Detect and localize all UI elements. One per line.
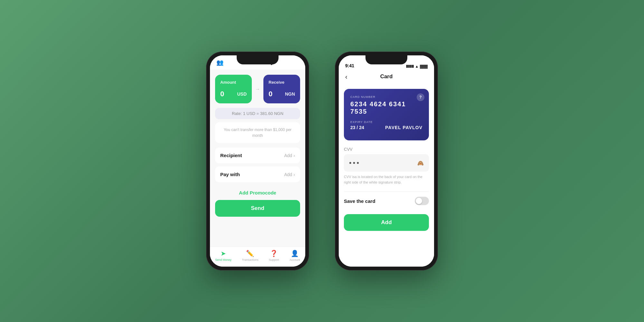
- pay-with-label: Pay with: [220, 172, 240, 177]
- send-button[interactable]: Send: [215, 200, 300, 217]
- back-button[interactable]: ‹: [345, 73, 347, 80]
- promocode-label: Add Promocode: [239, 190, 276, 195]
- limit-notice: You can't transfer more than $1,000 per …: [215, 122, 300, 143]
- receive-box[interactable]: Receive 0 NGN: [263, 75, 300, 103]
- phone-1: 👥 Send Money Amount 0 USD → Re: [206, 52, 309, 270]
- users-icon[interactable]: 👥: [216, 59, 223, 66]
- amount-value: 0: [220, 90, 224, 98]
- promocode-link[interactable]: Add Promocode: [215, 185, 300, 200]
- amount-currency: USD: [237, 91, 247, 97]
- signal-icon: ▮▮▮▮: [406, 64, 414, 68]
- cvv-input-row[interactable]: ••• 🙈: [344, 154, 429, 172]
- save-card-row: Save the card: [344, 191, 429, 210]
- card-holder-name: PAVEL PAVLOV: [385, 125, 422, 130]
- card-expiry-section: EXPIRY DATE 23 / 24: [350, 120, 373, 130]
- nav-transactions-label: Transactions: [242, 258, 258, 261]
- transactions-nav-icon: ✏️: [246, 250, 254, 257]
- nav-support[interactable]: ❓ Support: [269, 250, 279, 261]
- currency-row: Amount 0 USD → Receive 0 NGN: [215, 75, 300, 103]
- status-time: 9:41: [345, 63, 354, 68]
- card-body: ? CARD NUMBER 6234 4624 6341 7535 EXPIRY…: [339, 84, 434, 267]
- expiry-value: 23 / 24: [350, 125, 373, 130]
- receive-currency: NGN: [285, 91, 295, 97]
- limit-text: You can't transfer more than $1,000 per …: [224, 128, 292, 138]
- nav-send-money-label: Send Money: [215, 258, 232, 261]
- bottom-nav: ➤ Send Money ✏️ Transactions ❓ Support 👤…: [210, 247, 305, 267]
- recipient-add[interactable]: Add ›: [284, 153, 295, 158]
- save-card-label: Save the card: [344, 198, 375, 204]
- card-number-label: CARD NUMBER: [350, 95, 422, 99]
- account-nav-icon: 👤: [291, 250, 299, 257]
- recipient-chevron-icon: ›: [293, 153, 295, 158]
- recipient-add-label: Add: [284, 153, 292, 158]
- nav-transactions[interactable]: ✏️ Transactions: [242, 250, 258, 261]
- phone-2: 9:41 ▮▮▮▮ ▲ ▓▓▓ ‹ Card ? CARD: [335, 52, 438, 270]
- receive-label: Receive: [269, 80, 295, 85]
- save-card-toggle[interactable]: [415, 197, 429, 205]
- support-nav-icon: ❓: [270, 250, 278, 257]
- nav-account[interactable]: 👤 Account: [289, 250, 300, 261]
- card-page-title: Card: [380, 73, 393, 80]
- cvv-section: CVV ••• 🙈 CVV isa is located on the back…: [344, 147, 429, 185]
- notch-2: [365, 55, 407, 64]
- nav-support-label: Support: [269, 258, 279, 261]
- card-header: ‹ Card: [339, 70, 434, 84]
- nav-send-money[interactable]: ➤ Send Money: [215, 250, 232, 261]
- card-number: 6234 4624 6341 7535: [350, 100, 422, 115]
- cvv-hint: CVV isa is located on the back of your c…: [344, 174, 429, 185]
- cvv-label: CVV: [344, 147, 429, 152]
- cvv-dots: •••: [349, 159, 360, 167]
- recipient-label: Recipient: [220, 153, 242, 158]
- pay-with-chevron-icon: ›: [293, 172, 295, 177]
- send-money-body: Amount 0 USD → Receive 0 NGN: [210, 70, 305, 247]
- card-visual: ? CARD NUMBER 6234 4624 6341 7535 EXPIRY…: [344, 89, 429, 140]
- wifi-icon: ▲: [415, 64, 419, 68]
- receive-value: 0: [269, 90, 272, 98]
- eye-slash-icon[interactable]: 🙈: [417, 160, 424, 166]
- rate-box: Rate: 1 USD = 381.60 NGN: [215, 108, 300, 119]
- pay-with-add-label: Add: [284, 172, 292, 177]
- toggle-knob: [416, 198, 422, 204]
- amount-box[interactable]: Amount 0 USD: [215, 75, 252, 103]
- battery-icon: ▓▓▓: [420, 64, 428, 68]
- status-icons: ▮▮▮▮ ▲ ▓▓▓: [406, 64, 428, 68]
- nav-account-label: Account: [289, 258, 300, 261]
- card-bottom-row: EXPIRY DATE 23 / 24 PAVEL PAVLOV: [350, 120, 422, 130]
- notch: [237, 55, 279, 64]
- add-button[interactable]: Add: [344, 214, 429, 231]
- pay-with-add[interactable]: Add ›: [284, 172, 295, 177]
- expiry-label: EXPIRY DATE: [350, 120, 373, 124]
- card-help-icon[interactable]: ?: [417, 93, 424, 101]
- amount-label: Amount: [220, 80, 247, 85]
- send-money-nav-icon: ➤: [221, 250, 226, 257]
- recipient-row[interactable]: Recipient Add ›: [215, 147, 300, 163]
- rate-text: Rate: 1 USD = 381.60 NGN: [232, 111, 283, 116]
- arrow-icon: →: [255, 86, 260, 92]
- pay-with-row[interactable]: Pay with Add ›: [215, 166, 300, 182]
